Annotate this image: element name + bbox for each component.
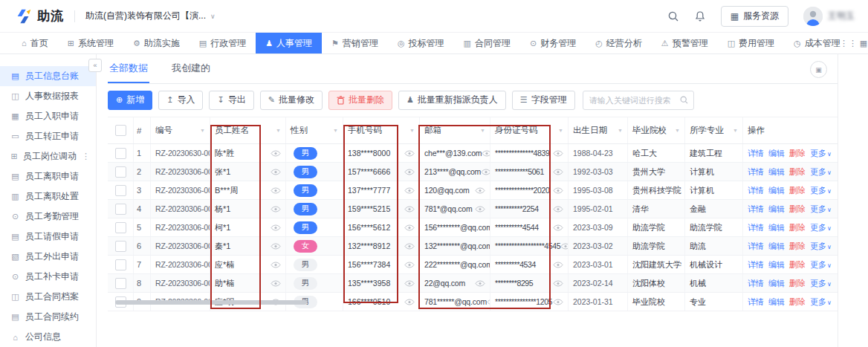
detail-link[interactable]: 详情 [748,259,764,270]
nav-item[interactable]: ⊞ 系统管理 [58,33,123,53]
more-link[interactable]: 更多∨ [810,259,832,270]
select-all-checkbox[interactable] [115,125,126,136]
detail-link[interactable]: 详情 [748,296,764,308]
eye-icon[interactable] [553,299,563,305]
detail-link[interactable]: 详情 [748,204,764,215]
eye-icon[interactable] [404,243,415,250]
bell-icon[interactable] [694,10,706,22]
company-name[interactable]: 助流(自营)装饰有限公司【演... [85,10,206,22]
sidebar-collapse-button[interactable]: « [88,59,102,72]
edit-link[interactable]: 编辑 [768,241,785,252]
filter-arrow-icon[interactable]: ▼ [200,128,205,133]
table-row[interactable]: 4 RZ-20230306-006 杨*1 [108,200,838,218]
table-row[interactable]: 7 RZ-20230306-003 应*楠 [108,256,838,274]
eye-icon[interactable] [271,224,281,231]
row-checkbox[interactable] [115,204,126,215]
eye-icon[interactable] [553,280,563,287]
filter-arrow-icon[interactable]: ▼ [558,128,563,133]
eye-icon[interactable] [271,169,281,175]
eye-icon[interactable] [482,150,490,157]
more-link[interactable]: 更多∨ [810,278,832,289]
filter-arrow-icon[interactable]: ▼ [480,128,485,133]
eye-icon[interactable] [475,206,485,213]
delete-link[interactable]: 删除 [789,185,806,196]
nav-item[interactable]: ▥ 合同管理 [454,33,520,53]
eye-icon[interactable] [553,262,563,268]
eye-icon[interactable] [271,243,281,250]
eye-icon[interactable] [553,187,563,194]
eye-icon[interactable] [475,187,485,194]
more-link[interactable]: 更多∨ [810,296,832,308]
sidebar-item[interactable]: ⊙ 员工考勤管理 [0,207,96,227]
column-header[interactable]: 出生日期 ▼ [569,117,628,143]
delete-link[interactable]: 删除 [789,222,806,233]
delete-link[interactable]: 删除 [789,259,806,270]
column-header[interactable]: 毕业院校 ▼ [628,117,685,143]
filter-arrow-icon[interactable]: ▼ [409,128,415,133]
row-checkbox[interactable] [115,241,126,252]
filter-arrow-icon[interactable]: ▼ [733,128,738,133]
column-header[interactable]: 员工姓名 ▼ [210,117,286,143]
eye-icon[interactable] [271,187,281,194]
delete-link[interactable]: 删除 [789,241,806,252]
sidebar-item[interactable]: ⌂ 公司信息 [0,327,96,347]
eye-icon[interactable] [553,224,563,231]
batch-edit-button[interactable]: ✎ 批量修改 [260,91,323,110]
detail-link[interactable]: 详情 [748,278,764,289]
edit-link[interactable]: 编辑 [768,204,785,215]
edit-link[interactable]: 编辑 [768,185,785,196]
more-link[interactable]: 更多∨ [810,204,832,215]
eye-icon[interactable] [404,150,415,157]
batch-assign-button[interactable]: ♟ 批量重新指派负责人 [398,91,506,110]
delete-link[interactable]: 删除 [789,148,806,159]
more-link[interactable]: 更多∨ [810,166,832,178]
sidebar-item[interactable]: ⊙ 员工补卡申请 [0,267,96,287]
eye-icon[interactable] [404,299,415,305]
table-row[interactable]: 5 RZ-20230306-005 柯*1 [108,218,838,237]
eye-icon[interactable] [404,206,415,213]
nav-item[interactable]: ⚙ 助流实施 [123,33,190,53]
eye-icon[interactable] [560,243,569,250]
table-row[interactable]: 8 RZ-20230306-002 助*楠 [108,274,838,293]
export-button[interactable]: ↧ 导出 [209,91,253,110]
service-resource-button[interactable]: ▦ 服务资源 [721,6,788,27]
eye-icon[interactable] [271,150,281,157]
user-menu[interactable]: 王明玉 [803,7,855,26]
filter-arrow-icon[interactable]: ▼ [618,128,623,133]
more-dots-icon[interactable]: ⋮ [82,152,90,161]
more-link[interactable]: 更多∨ [810,148,832,159]
more-link[interactable]: 更多∨ [810,185,832,196]
sidebar-item[interactable]: ▤ 员工信息台账 [0,66,96,86]
sidebar-item[interactable]: ▦ 员工入职申请 [0,106,96,126]
delete-link[interactable]: 删除 [789,296,806,308]
column-header[interactable]: 邮箱 ▼ [420,117,490,143]
sidebar-item[interactable]: ▤ 员工合同续约 [0,307,96,327]
detail-link[interactable]: 详情 [748,241,764,252]
import-button[interactable]: ↥ 导入 [158,91,203,110]
column-header[interactable]: 所学专业 ▼ [685,117,743,143]
edit-link[interactable]: 编辑 [768,166,785,178]
row-checkbox[interactable] [115,259,126,270]
chevron-down-icon[interactable]: ∨ [823,39,828,47]
delete-link[interactable]: 删除 [789,166,806,178]
eye-icon[interactable] [404,280,415,287]
detail-link[interactable]: 详情 [748,222,764,233]
nav-item[interactable]: ⚠ 预警管理 [652,33,718,53]
edit-link[interactable]: 编辑 [768,259,785,270]
filter-arrow-icon[interactable]: ▼ [276,128,281,133]
sidebar-item[interactable]: ◫ 员工合同档案 [0,287,96,307]
apps-grid-icon[interactable]: ⋮⋮ [840,39,858,48]
row-checkbox[interactable] [115,148,126,159]
detail-link[interactable]: 详情 [748,166,764,178]
column-header[interactable]: 编号 ▼ [151,117,210,143]
column-header[interactable]: 性别 ▼ [286,117,343,143]
sidebar-item[interactable]: ⊞ 员工岗位调动 ⋮ [0,146,96,166]
delete-link[interactable]: 删除 [789,204,806,215]
more-link[interactable]: 更多∨ [810,222,832,233]
search-icon[interactable] [667,10,679,22]
sidebar-item[interactable]: ▧ 员工外出申请 [0,247,96,267]
nav-item[interactable]: ♟ 人事管理 [256,33,322,53]
edit-link[interactable]: 编辑 [768,222,785,233]
eye-icon[interactable] [404,224,415,231]
eye-icon[interactable] [404,187,415,194]
